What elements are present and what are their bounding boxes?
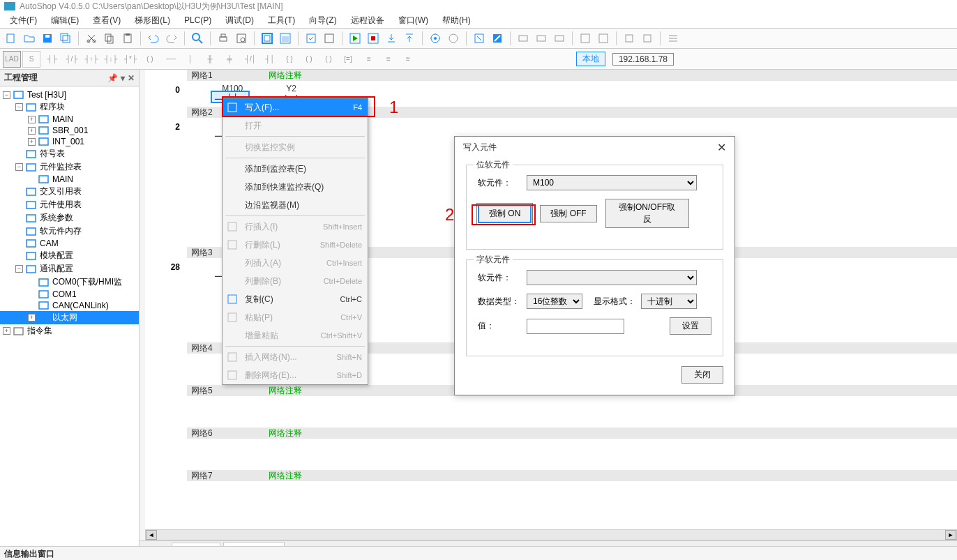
value-input[interactable] <box>527 319 624 334</box>
menu-item[interactable]: 文件(F) <box>4 13 43 28</box>
force-on-button[interactable]: 强制 ON <box>478 204 532 223</box>
debug-button[interactable] <box>471 30 488 47</box>
tool5-button[interactable] <box>595 30 612 47</box>
type-select[interactable]: 16位整数 <box>527 294 582 309</box>
redo-button[interactable] <box>163 30 180 47</box>
compile-button[interactable] <box>303 30 319 47</box>
expand-icon[interactable]: + <box>28 314 36 321</box>
menu-item[interactable]: 远程设备 <box>345 13 390 28</box>
new-button[interactable] <box>3 30 20 47</box>
context-menu-item[interactable]: 复制(C)Ctrl+C <box>223 290 368 308</box>
contact-n-button[interactable]: ┤↓├ <box>102 51 120 68</box>
tree-node[interactable]: 元件使用表 <box>0 198 139 211</box>
tree-node[interactable]: +MAIN <box>0 114 139 125</box>
print-button[interactable] <box>215 30 232 47</box>
menu-item[interactable]: 工具(T) <box>262 13 301 28</box>
tree-node[interactable]: CAN(CANLink) <box>0 300 139 311</box>
expand-icon[interactable]: + <box>28 127 36 135</box>
write-button[interactable] <box>489 30 506 47</box>
context-menu-item[interactable]: 边沿监视器(M) <box>223 196 368 214</box>
force-off-button[interactable]: 强制 OFF <box>540 205 596 222</box>
tree-node[interactable]: COM0(下载/HMI监 <box>0 275 139 289</box>
collapse-icon[interactable]: − <box>15 103 23 111</box>
network-header[interactable]: 网络7网络注释 <box>187 470 957 481</box>
network-body[interactable] <box>187 439 957 469</box>
network-header[interactable]: 网络6网络注释 <box>187 427 957 439</box>
close-icon[interactable]: ✕ <box>128 73 135 83</box>
tree-node[interactable]: −通讯配置 <box>0 262 139 275</box>
collapse-icon[interactable]: − <box>15 163 23 171</box>
tree-node[interactable]: +指令集 <box>0 324 139 338</box>
tree-node[interactable]: +SBR_001 <box>0 125 139 136</box>
expand-icon[interactable]: + <box>28 116 36 123</box>
find-button[interactable] <box>189 30 206 47</box>
element-select-2[interactable] <box>527 270 697 285</box>
menu-item[interactable]: 梯形图(L) <box>129 13 176 28</box>
copy-button[interactable] <box>101 30 118 47</box>
set-button[interactable]: 设置 <box>670 317 711 335</box>
project-tree[interactable]: −Test [H3U]−程序块+MAIN+SBR_001+INT_001符号表−… <box>0 86 139 549</box>
cmp2-button[interactable]: ≡ <box>379 51 398 68</box>
expand-icon[interactable]: + <box>3 327 10 335</box>
tool2-button[interactable] <box>533 30 550 47</box>
close-icon[interactable]: ✕ <box>717 141 726 154</box>
cut-button[interactable] <box>83 30 100 47</box>
undo-button[interactable] <box>145 30 162 47</box>
preview-button[interactable] <box>233 30 250 47</box>
cmp-button[interactable]: ≡ <box>360 51 378 68</box>
cmp3-button[interactable]: ≡ <box>399 51 417 68</box>
run-button[interactable] <box>347 30 363 47</box>
monitor2-button[interactable] <box>445 30 462 47</box>
tool3-button[interactable] <box>551 30 568 47</box>
network-body[interactable] <box>187 396 957 427</box>
saveall-button[interactable] <box>57 30 74 47</box>
contact-star-button[interactable]: ┤*├ <box>121 51 140 68</box>
force-toggle-button[interactable]: 强制ON/OFF取反 <box>605 199 689 228</box>
context-menu-item[interactable]: 添加到监控表(E) <box>223 160 368 178</box>
fmt-select[interactable]: 十进制 <box>641 294 697 309</box>
save-button[interactable] <box>39 30 56 47</box>
context-menu-item[interactable]: 写入(F)...F4 <box>223 98 368 116</box>
stop-button[interactable] <box>365 30 382 47</box>
tree-node[interactable]: +INT_001 <box>0 136 139 147</box>
tool6-button[interactable] <box>621 30 638 47</box>
tool7-button[interactable] <box>639 30 656 47</box>
expand-icon[interactable]: + <box>28 138 36 146</box>
vline-del-button[interactable]: ╪ <box>220 51 239 68</box>
close-button[interactable]: 关闭 <box>681 366 723 384</box>
compile2-button[interactable] <box>321 30 338 47</box>
tree-node[interactable]: −Test [H3U] <box>0 89 139 100</box>
tool8-button[interactable] <box>665 30 681 47</box>
window2-button[interactable] <box>277 30 294 47</box>
contact-p-button[interactable]: ┤↑├ <box>82 51 100 68</box>
tree-node[interactable]: 软元件内存 <box>0 225 139 238</box>
tree-node[interactable]: COM1 <box>0 289 139 300</box>
tree-node[interactable]: 交叉引用表 <box>0 185 139 198</box>
menu-item[interactable]: PLC(P) <box>179 14 217 27</box>
pin-icon[interactable]: 📌 <box>107 73 118 83</box>
coil3-button[interactable]: ( ) <box>319 51 338 68</box>
context-menu-item[interactable]: 添加到快速监控表(Q) <box>223 178 368 196</box>
menu-item[interactable]: 窗口(W) <box>393 13 434 28</box>
vline-button[interactable]: │ <box>181 51 199 68</box>
monitor-button[interactable] <box>427 30 444 47</box>
open-button[interactable] <box>21 30 38 47</box>
collapse-icon[interactable]: − <box>3 91 10 99</box>
paste-button[interactable] <box>119 30 136 47</box>
dropdown-icon[interactable]: ▾ <box>121 73 125 83</box>
menu-item[interactable]: 向导(Z) <box>303 13 342 28</box>
inv-button[interactable]: ┤/│ <box>241 51 259 68</box>
tree-node[interactable]: MAIN <box>0 174 139 185</box>
lad-button[interactable]: LAD <box>3 51 21 68</box>
coil-button[interactable]: ( ) <box>141 51 159 68</box>
menu-item[interactable]: 编辑(E) <box>45 13 84 28</box>
h-scrollbar[interactable]: ◄ ► <box>145 529 957 540</box>
scroll-left-icon[interactable]: ◄ <box>146 530 157 540</box>
s-button[interactable]: S <box>22 51 40 68</box>
tree-node[interactable]: 系统参数 <box>0 211 139 225</box>
network-body[interactable] <box>187 481 957 512</box>
pulse-button[interactable]: ┤│ <box>261 51 279 68</box>
coil2-button[interactable]: ( ) <box>300 51 318 68</box>
element-select[interactable]: M100 <box>527 175 697 190</box>
tree-node[interactable]: −程序块 <box>0 100 139 114</box>
